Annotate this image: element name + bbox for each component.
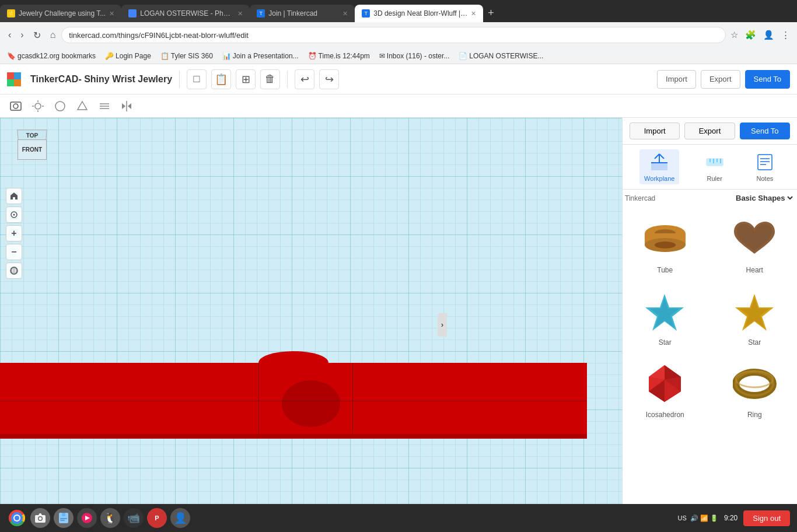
shape-item-ring[interactable]: Ring	[712, 356, 798, 424]
tab-3-close[interactable]: ✕	[342, 10, 348, 18]
taskbar-files-icon[interactable]	[54, 508, 74, 528]
delete-button[interactable]: 🗑	[260, 69, 280, 89]
taskbar-left: 🐧 📹 P 👤	[7, 508, 190, 528]
redo-button[interactable]: ↪	[319, 69, 339, 89]
zoom-out-button[interactable]: −	[6, 244, 22, 260]
svg-point-2	[35, 103, 41, 109]
align-button[interactable]	[96, 97, 113, 115]
ruler-tool[interactable]: Ruler	[700, 149, 730, 184]
orientation-button[interactable]	[6, 262, 22, 279]
bookmark-login[interactable]: 🔑 Login Page	[103, 51, 153, 61]
svg-rect-0	[11, 102, 21, 110]
app-toolbar2	[0, 94, 797, 118]
notes-icon	[754, 152, 775, 173]
copy-button[interactable]: 📋	[211, 69, 231, 89]
tab-3[interactable]: T Join | Tinkercad ✕	[250, 5, 355, 22]
taskbar-camera-icon[interactable]	[30, 508, 50, 528]
taskbar-linux-icon[interactable]: 🐧	[100, 508, 120, 528]
shape-heart-label: Heart	[746, 266, 763, 274]
tab-4[interactable]: T 3D design Neat Blorr-Wluff | Tink... ✕	[355, 5, 483, 22]
fit-view-button[interactable]	[6, 206, 22, 223]
viewport-grid	[0, 118, 622, 532]
tab-2-close[interactable]: ✕	[237, 10, 243, 18]
export-panel-button[interactable]: Export	[684, 123, 735, 139]
bookmark-star-button[interactable]: ☆	[728, 27, 740, 43]
bookmark-join[interactable]: 📊 Join a Presentation...	[220, 51, 301, 61]
sign-out-button[interactable]: Sign out	[743, 510, 790, 526]
bookmark-tyler[interactable]: 📋 Tyler SIS 360	[158, 51, 215, 61]
camera-view-button[interactable]	[7, 97, 25, 115]
address-bar[interactable]	[61, 27, 726, 43]
app-toolbar: TinkerCAD- Shiny Wrist Jewlery □ 📋 ⊞ 🗑 ↩…	[0, 64, 797, 94]
locale-label: US	[678, 514, 687, 522]
logo-box	[7, 72, 21, 86]
right-panel-tools: Workplane Ruler	[623, 145, 797, 190]
taskbar-play-icon[interactable]	[77, 508, 97, 528]
bookmark-join-icon: 📊	[222, 52, 231, 60]
shape-item-star-blue[interactable]: Star	[623, 284, 708, 351]
extensions-button[interactable]: 🧩	[743, 27, 758, 43]
bookmark-join-label: Join a Presentation...	[233, 52, 299, 60]
shape-item-star-yellow[interactable]: Star	[712, 284, 798, 351]
workplane-tool[interactable]: Workplane	[639, 149, 679, 184]
bracelet-line-h	[0, 401, 587, 401]
tab-2[interactable]: LOGAN OSTERWISE - Photo Doc... ✕	[121, 5, 250, 22]
new-shape-button[interactable]: □	[187, 69, 207, 89]
shape-item-icosahedron[interactable]: Icosahedron	[623, 356, 708, 424]
reload-button[interactable]: ↻	[30, 27, 44, 43]
import-panel-button[interactable]: Import	[630, 123, 680, 139]
bookmark-time[interactable]: ⏰ Time.is 12:44pm	[306, 51, 372, 61]
svg-rect-61	[60, 520, 65, 521]
back-button[interactable]: ‹	[5, 27, 15, 43]
logo-cell-i	[14, 72, 21, 79]
shapes-button[interactable]	[51, 97, 69, 115]
forward-button[interactable]: ›	[17, 27, 27, 43]
tab-1[interactable]: ⭐ Jewelry Challenge using T... ✕	[0, 5, 121, 22]
bookmark-login-icon: 🔑	[105, 52, 114, 60]
bookmark-inbox[interactable]: ✉ Inbox (116) - oster...	[377, 51, 452, 61]
profile-button[interactable]: 👤	[761, 27, 777, 43]
taskbar-video-icon[interactable]: 📹	[124, 508, 144, 528]
undo-button[interactable]: ↩	[295, 69, 314, 89]
shapes-grid: Tube Heart	[623, 206, 797, 428]
import-button[interactable]: Import	[657, 70, 696, 89]
bookmark-gcasdk[interactable]: 🔖 gcasdk12.org bookmarks	[5, 51, 98, 61]
ruler-label: Ruler	[707, 175, 722, 182]
shape-item-tube[interactable]: Tube	[623, 211, 708, 279]
bookmark-logan[interactable]: 📄 LOGAN OSTERWISE...	[456, 51, 546, 61]
tab-1-close[interactable]: ✕	[109, 10, 114, 18]
tab-1-title: Jewelry Challenge using T...	[19, 9, 106, 18]
new-tab-button[interactable]: +	[483, 7, 499, 19]
home-button[interactable]: ⌂	[47, 27, 60, 43]
send-to-button[interactable]: Send To	[745, 70, 790, 89]
bookmark-gcasdk-label: gcasdk12.org bookmarks	[18, 52, 96, 60]
export-button[interactable]: Export	[701, 70, 740, 89]
send-to-panel-button[interactable]: Send To	[740, 123, 790, 139]
bookmark-login-label: Login Page	[116, 52, 151, 60]
taskbar-chrome-icon[interactable]	[7, 508, 27, 528]
viewport[interactable]: TOP FRONT + −	[0, 118, 622, 532]
light-button[interactable]	[29, 97, 47, 115]
svg-marker-14	[128, 103, 131, 109]
duplicate-button[interactable]: ⊞	[236, 69, 256, 89]
zoom-in-button[interactable]: +	[6, 225, 22, 242]
shape-item-heart[interactable]: Heart	[712, 211, 798, 279]
shape-ring-label: Ring	[747, 411, 762, 419]
shape-star-yellow-label: Star	[748, 338, 761, 346]
bracelet-edge	[0, 434, 587, 439]
tab-4-close[interactable]: ✕	[471, 10, 476, 18]
solid-button[interactable]	[74, 97, 91, 115]
taskbar-pearson-icon[interactable]: P	[147, 508, 167, 528]
notes-tool[interactable]: Notes	[750, 149, 780, 184]
bracelet-object[interactable]	[0, 363, 587, 439]
view-cube[interactable]: TOP FRONT	[12, 127, 58, 179]
menu-button[interactable]: ⋮	[779, 27, 792, 43]
library-dropdown[interactable]: Basic Shapes Letters Connectors	[733, 193, 795, 203]
svg-point-7	[55, 102, 65, 111]
home-view-button[interactable]	[6, 188, 22, 204]
panel-collapse-handle[interactable]: ›	[438, 313, 447, 337]
taskbar-user-icon[interactable]: 👤	[170, 508, 190, 528]
bracelet-detail	[282, 380, 340, 427]
view-cube-front: FRONT	[18, 139, 47, 160]
mirror-button[interactable]	[118, 97, 135, 115]
